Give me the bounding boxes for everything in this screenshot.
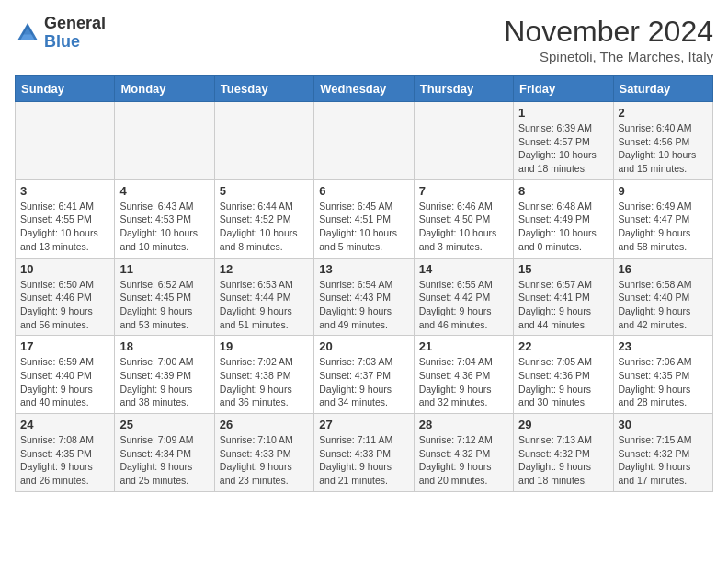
day-number: 1 xyxy=(518,106,608,120)
day-number: 17 xyxy=(20,339,109,353)
day-cell xyxy=(414,102,513,180)
logo: General Blue xyxy=(15,15,106,52)
day-number: 28 xyxy=(419,418,508,431)
day-info: Sunrise: 7:00 AM Sunset: 4:39 PM Dayligh… xyxy=(119,356,193,408)
day-cell: 16Sunrise: 6:58 AM Sunset: 4:40 PM Dayli… xyxy=(613,258,712,336)
day-header-saturday: Saturday xyxy=(613,76,712,102)
day-cell: 20Sunrise: 7:03 AM Sunset: 4:37 PM Dayli… xyxy=(314,336,414,414)
day-number: 13 xyxy=(319,262,408,276)
logo-blue: Blue xyxy=(44,32,80,51)
week-row-2: 3Sunrise: 6:41 AM Sunset: 4:55 PM Daylig… xyxy=(16,179,713,258)
day-cell: 8Sunrise: 6:48 AM Sunset: 4:49 PM Daylig… xyxy=(514,179,613,258)
day-cell xyxy=(214,102,313,180)
day-info: Sunrise: 6:48 AM Sunset: 4:49 PM Dayligh… xyxy=(518,201,597,252)
day-number: 24 xyxy=(20,418,109,431)
day-number: 9 xyxy=(619,184,708,198)
day-info: Sunrise: 6:53 AM Sunset: 4:44 PM Dayligh… xyxy=(220,279,293,330)
day-cell: 9Sunrise: 6:49 AM Sunset: 4:47 PM Daylig… xyxy=(613,179,712,258)
day-info: Sunrise: 7:04 AM Sunset: 4:36 PM Dayligh… xyxy=(419,356,493,408)
day-number: 7 xyxy=(419,184,508,198)
day-cell: 7Sunrise: 6:46 AM Sunset: 4:50 PM Daylig… xyxy=(414,179,513,258)
svg-marker-2 xyxy=(22,24,33,34)
day-cell: 6Sunrise: 6:45 AM Sunset: 4:51 PM Daylig… xyxy=(314,179,414,258)
day-info: Sunrise: 6:54 AM Sunset: 4:43 PM Dayligh… xyxy=(319,279,392,330)
day-number: 16 xyxy=(619,262,708,276)
day-number: 12 xyxy=(220,262,309,276)
location-subtitle: Spinetoli, The Marches, Italy xyxy=(504,49,713,64)
week-row-4: 17Sunrise: 6:59 AM Sunset: 4:40 PM Dayli… xyxy=(16,336,713,414)
day-cell: 19Sunrise: 7:02 AM Sunset: 4:38 PM Dayli… xyxy=(214,336,313,414)
day-cell: 4Sunrise: 6:43 AM Sunset: 4:53 PM Daylig… xyxy=(115,179,214,258)
day-cell: 18Sunrise: 7:00 AM Sunset: 4:39 PM Dayli… xyxy=(115,336,214,414)
title-area: November 2024 Spinetoli, The Marches, It… xyxy=(504,15,713,64)
day-info: Sunrise: 6:39 AM Sunset: 4:57 PM Dayligh… xyxy=(518,122,597,174)
week-row-3: 10Sunrise: 6:50 AM Sunset: 4:46 PM Dayli… xyxy=(16,258,713,336)
day-header-thursday: Thursday xyxy=(414,76,513,102)
day-number: 27 xyxy=(319,418,408,431)
day-info: Sunrise: 7:12 AM Sunset: 4:32 PM Dayligh… xyxy=(419,434,493,486)
day-header-tuesday: Tuesday xyxy=(214,76,313,102)
day-number: 21 xyxy=(419,339,508,353)
day-info: Sunrise: 7:03 AM Sunset: 4:37 PM Dayligh… xyxy=(319,356,392,408)
day-info: Sunrise: 6:58 AM Sunset: 4:40 PM Dayligh… xyxy=(619,279,692,330)
day-number: 5 xyxy=(220,184,309,198)
day-cell: 26Sunrise: 7:10 AM Sunset: 4:33 PM Dayli… xyxy=(214,414,313,492)
day-cell: 2Sunrise: 6:40 AM Sunset: 4:56 PM Daylig… xyxy=(613,102,712,180)
day-info: Sunrise: 6:57 AM Sunset: 4:41 PM Dayligh… xyxy=(518,279,592,330)
month-title: November 2024 xyxy=(504,15,713,49)
day-number: 15 xyxy=(518,262,608,276)
day-cell: 25Sunrise: 7:09 AM Sunset: 4:34 PM Dayli… xyxy=(115,414,214,492)
day-info: Sunrise: 6:52 AM Sunset: 4:45 PM Dayligh… xyxy=(119,279,193,330)
day-number: 30 xyxy=(619,418,708,431)
day-info: Sunrise: 7:13 AM Sunset: 4:32 PM Dayligh… xyxy=(518,434,592,486)
day-cell: 24Sunrise: 7:08 AM Sunset: 4:35 PM Dayli… xyxy=(16,414,115,492)
page-header: General Blue November 2024 Spinetoli, Th… xyxy=(15,15,713,64)
day-number: 19 xyxy=(220,339,309,353)
day-cell: 15Sunrise: 6:57 AM Sunset: 4:41 PM Dayli… xyxy=(514,258,613,336)
day-number: 20 xyxy=(319,339,408,353)
day-header-sunday: Sunday xyxy=(16,76,115,102)
day-number: 8 xyxy=(518,184,608,198)
day-info: Sunrise: 6:44 AM Sunset: 4:52 PM Dayligh… xyxy=(220,201,298,252)
day-cell: 17Sunrise: 6:59 AM Sunset: 4:40 PM Dayli… xyxy=(16,336,115,414)
day-info: Sunrise: 7:08 AM Sunset: 4:35 PM Dayligh… xyxy=(20,434,94,486)
day-cell: 5Sunrise: 6:44 AM Sunset: 4:52 PM Daylig… xyxy=(214,179,313,258)
day-number: 25 xyxy=(119,418,209,431)
day-cell xyxy=(16,102,115,180)
day-info: Sunrise: 7:02 AM Sunset: 4:38 PM Dayligh… xyxy=(220,356,293,408)
day-cell: 21Sunrise: 7:04 AM Sunset: 4:36 PM Dayli… xyxy=(414,336,513,414)
day-cell: 23Sunrise: 7:06 AM Sunset: 4:35 PM Dayli… xyxy=(613,336,712,414)
day-cell: 10Sunrise: 6:50 AM Sunset: 4:46 PM Dayli… xyxy=(16,258,115,336)
day-number: 6 xyxy=(319,184,408,198)
day-header-friday: Friday xyxy=(514,76,613,102)
day-info: Sunrise: 6:45 AM Sunset: 4:51 PM Dayligh… xyxy=(319,201,397,252)
day-info: Sunrise: 7:06 AM Sunset: 4:35 PM Dayligh… xyxy=(619,356,692,408)
day-header-wednesday: Wednesday xyxy=(314,76,414,102)
day-number: 23 xyxy=(619,339,708,353)
day-cell: 30Sunrise: 7:15 AM Sunset: 4:32 PM Dayli… xyxy=(613,414,712,492)
day-cell xyxy=(115,102,214,180)
day-number: 10 xyxy=(20,262,109,276)
day-number: 11 xyxy=(119,262,209,276)
day-cell: 11Sunrise: 6:52 AM Sunset: 4:45 PM Dayli… xyxy=(115,258,214,336)
week-row-5: 24Sunrise: 7:08 AM Sunset: 4:35 PM Dayli… xyxy=(16,414,713,492)
day-info: Sunrise: 6:46 AM Sunset: 4:50 PM Dayligh… xyxy=(419,201,497,252)
day-info: Sunrise: 7:11 AM Sunset: 4:33 PM Dayligh… xyxy=(319,434,392,486)
day-info: Sunrise: 7:15 AM Sunset: 4:32 PM Dayligh… xyxy=(619,434,692,486)
calendar-table: SundayMondayTuesdayWednesdayThursdayFrid… xyxy=(15,75,713,492)
day-cell: 1Sunrise: 6:39 AM Sunset: 4:57 PM Daylig… xyxy=(514,102,613,180)
day-info: Sunrise: 6:59 AM Sunset: 4:40 PM Dayligh… xyxy=(20,356,94,408)
day-info: Sunrise: 6:49 AM Sunset: 4:47 PM Dayligh… xyxy=(619,201,692,252)
day-info: Sunrise: 7:09 AM Sunset: 4:34 PM Dayligh… xyxy=(119,434,193,486)
logo-icon xyxy=(15,20,40,46)
day-info: Sunrise: 6:40 AM Sunset: 4:56 PM Dayligh… xyxy=(619,122,697,174)
day-cell: 12Sunrise: 6:53 AM Sunset: 4:44 PM Dayli… xyxy=(214,258,313,336)
day-info: Sunrise: 6:41 AM Sunset: 4:55 PM Dayligh… xyxy=(20,201,98,252)
day-cell: 22Sunrise: 7:05 AM Sunset: 4:36 PM Dayli… xyxy=(514,336,613,414)
day-cell: 13Sunrise: 6:54 AM Sunset: 4:43 PM Dayli… xyxy=(314,258,414,336)
day-cell: 29Sunrise: 7:13 AM Sunset: 4:32 PM Dayli… xyxy=(514,414,613,492)
day-info: Sunrise: 6:55 AM Sunset: 4:42 PM Dayligh… xyxy=(419,279,493,330)
day-number: 26 xyxy=(220,418,309,431)
calendar-body: 1Sunrise: 6:39 AM Sunset: 4:57 PM Daylig… xyxy=(16,102,713,492)
day-info: Sunrise: 7:10 AM Sunset: 4:33 PM Dayligh… xyxy=(220,434,293,486)
